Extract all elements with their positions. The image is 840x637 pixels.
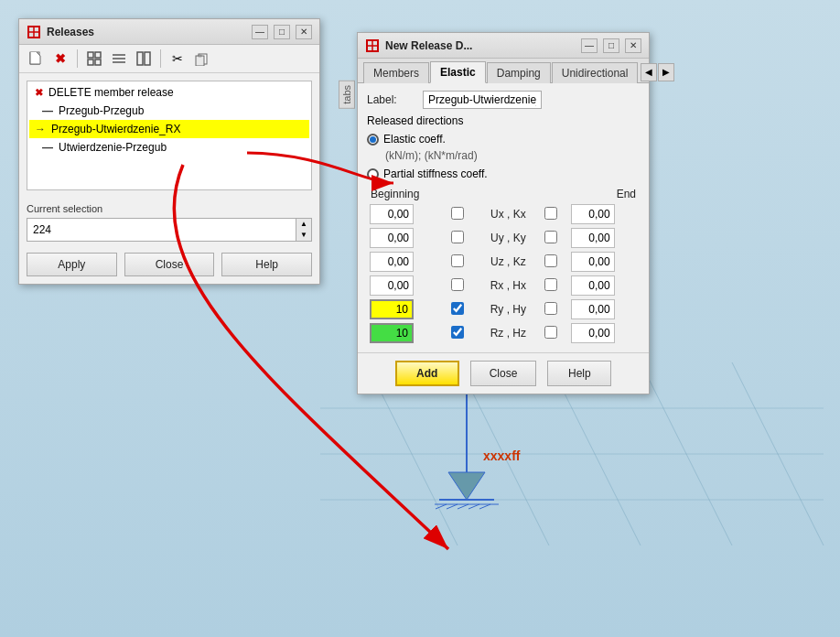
rx-start-input[interactable] — [370, 275, 414, 296]
kx-end-input[interactable] — [571, 204, 615, 224]
svg-rect-31 — [196, 56, 204, 66]
ux-check[interactable] — [451, 207, 464, 220]
toolbar-sep-2 — [160, 49, 161, 68]
new-release-minimize-button[interactable]: — — [581, 38, 598, 53]
new-release-help-btn[interactable]: Help — [547, 361, 611, 386]
view-btn-1[interactable] — [83, 49, 105, 69]
svg-rect-23 — [88, 59, 93, 65]
list-item-przegub-utwierdzenie-label: Przegub-Utwierdzenie_RX — [51, 123, 180, 135]
uz-check[interactable] — [451, 254, 464, 267]
tab-prev-button[interactable]: ◀ — [641, 63, 657, 81]
new-release-close-button[interactable]: ✕ — [625, 38, 641, 53]
releases-title: Releases — [47, 26, 246, 38]
toolbar-sep-1 — [77, 49, 78, 68]
list-item-przegub-przegub-label: Przegub-Przegub — [59, 104, 144, 117]
releases-close-button[interactable]: Close — [124, 253, 215, 276]
view-btn-2[interactable] — [108, 49, 130, 69]
new-release-titlebar: New Release D... — □ ✕ — [358, 33, 649, 59]
col-dir — [475, 186, 542, 202]
ry-check[interactable] — [451, 302, 464, 315]
released-directions-row: Released directions — [367, 114, 640, 127]
restore-button[interactable]: □ — [274, 25, 290, 39]
releases-help-button[interactable]: Help — [221, 253, 312, 276]
delete-button[interactable]: ✖ — [49, 49, 71, 69]
hz-check[interactable] — [544, 326, 557, 339]
tab-nav-group: ◀ ▶ — [641, 63, 674, 81]
releases-titlebar: Releases — □ ✕ — [19, 19, 319, 45]
spin-up-button[interactable]: ▲ — [296, 219, 311, 230]
rz-start-input[interactable] — [370, 323, 414, 343]
form-content: Label: Released directions Elastic coeff… — [358, 83, 649, 352]
tab-unidirectional[interactable]: Unidirectional — [552, 62, 639, 83]
table-row: Rx , Hx — [367, 274, 640, 297]
apply-button[interactable]: Apply — [27, 253, 117, 276]
selection-spinner: ▲ ▼ — [296, 219, 311, 241]
uz-kz-label: Uz , Kz — [490, 255, 526, 268]
view-btn-3[interactable] — [133, 49, 155, 69]
kz-end-input[interactable] — [571, 252, 615, 272]
uy-start-input[interactable] — [370, 228, 414, 248]
new-button[interactable] — [25, 49, 47, 69]
kz-check[interactable] — [544, 254, 557, 267]
ky-check[interactable] — [544, 231, 557, 243]
selection-section: Current selection ▲ ▼ — [19, 198, 319, 247]
list-item-delete[interactable]: ✖ DELETE member release — [29, 83, 309, 102]
elastic-coeff-radio[interactable] — [367, 134, 379, 146]
ry-start-input[interactable] — [370, 299, 414, 319]
releases-toolbar: ✖ ✂ — [19, 45, 319, 73]
close-window-button[interactable]: ✕ — [296, 25, 312, 39]
tab-members[interactable]: Members — [363, 62, 429, 83]
col-beginning: Beginning — [367, 186, 448, 202]
rz-check[interactable] — [451, 326, 464, 339]
add-button[interactable]: Add — [395, 361, 459, 386]
table-row: Ry , Hy — [367, 297, 640, 321]
releases-window: Releases — □ ✕ ✖ — [18, 18, 320, 285]
list-item-delete-label: DELETE member release — [48, 86, 174, 99]
cut-button[interactable]: ✂ — [167, 49, 188, 69]
3d-structure — [0, 362, 840, 637]
svg-line-16 — [479, 504, 490, 509]
col-end: End — [568, 186, 640, 202]
list-item-przegub-przegub[interactable]: — Przegub-Przegub — [29, 102, 309, 120]
hx-check[interactable] — [544, 278, 557, 291]
tab-next-button[interactable]: ▶ — [658, 63, 674, 81]
svg-rect-22 — [95, 52, 101, 58]
hy-end-input[interactable] — [571, 299, 615, 319]
list-item-utwierdzenie-przegub[interactable]: — Utwierdzenie-Przegub — [29, 138, 309, 157]
svg-rect-29 — [145, 52, 150, 65]
new-release-app-icon — [365, 38, 380, 53]
paste-button[interactable] — [191, 49, 213, 69]
minimize-button[interactable]: — — [252, 25, 268, 39]
releases-button-row: Apply Close Help — [19, 247, 319, 284]
svg-rect-28 — [137, 52, 143, 65]
releases-list: ✖ DELETE member release — Przegub-Przegu… — [27, 81, 312, 190]
list-item-przegub-utwierdzenie[interactable]: → Przegub-Utwierdzenie_RX — [29, 120, 309, 138]
tab-damping[interactable]: Damping — [487, 62, 551, 83]
new-release-restore-button[interactable]: □ — [603, 38, 619, 53]
new-release-close-btn[interactable]: Close — [470, 361, 537, 386]
uz-start-input[interactable] — [370, 252, 414, 272]
dash-icon-2: — — [42, 141, 53, 154]
hx-end-input[interactable] — [571, 275, 615, 296]
label-input[interactable] — [423, 91, 542, 109]
svg-rect-24 — [95, 59, 101, 65]
arrow-icon-1: → — [35, 123, 46, 135]
ux-start-input[interactable] — [370, 204, 414, 224]
units-row: (kN/m); (kN*m/rad) — [367, 149, 640, 162]
ky-end-input[interactable] — [571, 228, 615, 248]
svg-line-14 — [458, 504, 468, 509]
partial-stiffness-radio[interactable] — [367, 168, 379, 180]
uy-check[interactable] — [451, 231, 464, 243]
tabs-side-label: tabs — [339, 81, 355, 109]
rx-check[interactable] — [451, 278, 464, 291]
hy-check[interactable] — [544, 302, 557, 315]
selection-input[interactable] — [27, 219, 296, 241]
kx-check[interactable] — [544, 207, 557, 220]
col-check1 — [448, 186, 475, 202]
col-check2 — [542, 186, 568, 202]
spin-down-button[interactable]: ▼ — [296, 230, 311, 241]
hz-end-input[interactable] — [571, 323, 615, 343]
table-row: Uy , Ky — [367, 226, 640, 250]
new-release-window: New Release D... — □ ✕ Members Elastic D… — [357, 32, 650, 394]
tab-elastic[interactable]: Elastic — [430, 61, 486, 83]
